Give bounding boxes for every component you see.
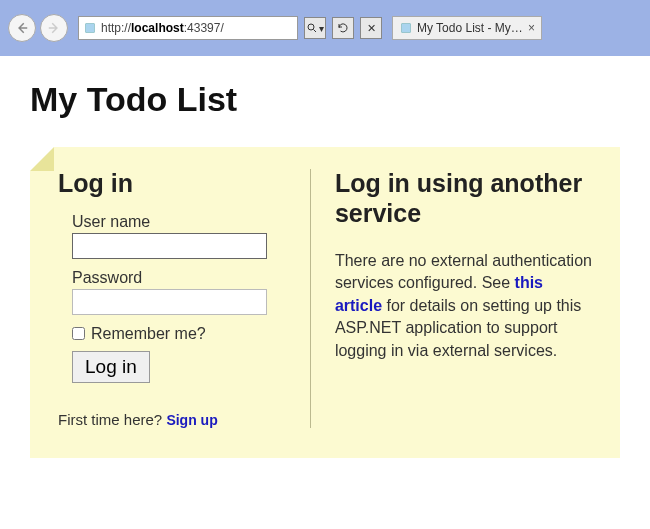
- signup-prefix: First time here?: [58, 411, 166, 428]
- external-heading: Log in using another service: [335, 169, 594, 228]
- arrow-left-icon: [15, 21, 29, 35]
- login-panel: Log in User name Password Remember me? L…: [58, 169, 310, 428]
- password-input[interactable]: [72, 289, 267, 315]
- signup-line: First time here? Sign up: [58, 411, 288, 428]
- svg-rect-0: [86, 24, 95, 33]
- browser-toolbar: http://localhost:43397/ ▾ ✕ My Todo List…: [0, 0, 650, 56]
- tab-favicon-icon: [399, 21, 413, 35]
- page-title: My Todo List: [30, 80, 620, 119]
- browser-tab[interactable]: My Todo List - My A... ×: [392, 16, 542, 40]
- signup-link[interactable]: Sign up: [166, 412, 217, 428]
- username-input[interactable]: [72, 233, 267, 259]
- address-text: http://localhost:43397/: [101, 21, 224, 35]
- forward-button[interactable]: [40, 14, 68, 42]
- username-field-group: User name: [72, 213, 288, 259]
- external-login-panel: Log in using another service There are n…: [310, 169, 594, 428]
- remember-group: Remember me?: [72, 325, 288, 343]
- svg-point-1: [308, 24, 314, 30]
- login-button[interactable]: Log in: [72, 351, 150, 383]
- search-icon: [306, 22, 318, 34]
- login-card: Log in User name Password Remember me? L…: [30, 147, 620, 458]
- page-body: My Todo List Log in User name Password R…: [0, 56, 650, 529]
- remember-checkbox[interactable]: [72, 327, 85, 340]
- search-button[interactable]: ▾: [304, 17, 326, 39]
- tab-title: My Todo List - My A...: [417, 21, 524, 35]
- arrow-right-icon: [47, 21, 61, 35]
- back-button[interactable]: [8, 14, 36, 42]
- username-label: User name: [72, 213, 288, 231]
- stop-button[interactable]: ✕: [360, 17, 382, 39]
- browser-chrome: http://localhost:43397/ ▾ ✕ My Todo List…: [0, 0, 650, 56]
- login-heading: Log in: [58, 169, 288, 199]
- remember-label: Remember me?: [91, 325, 206, 343]
- external-text-before: There are no external authentication ser…: [335, 252, 592, 291]
- refresh-icon: [337, 22, 349, 34]
- page-favicon-icon: [81, 22, 99, 34]
- url-host: localhost: [131, 21, 184, 35]
- password-field-group: Password: [72, 269, 288, 315]
- password-label: Password: [72, 269, 288, 287]
- external-text: There are no external authentication ser…: [335, 250, 594, 362]
- tab-close-icon[interactable]: ×: [528, 21, 535, 35]
- refresh-button[interactable]: [332, 17, 354, 39]
- address-bar[interactable]: http://localhost:43397/: [78, 16, 298, 40]
- dropdown-icon: ▾: [319, 23, 324, 34]
- url-port: :43397/: [184, 21, 224, 35]
- stop-icon: ✕: [367, 22, 376, 35]
- url-prefix: http://: [101, 21, 131, 35]
- svg-rect-2: [402, 24, 411, 33]
